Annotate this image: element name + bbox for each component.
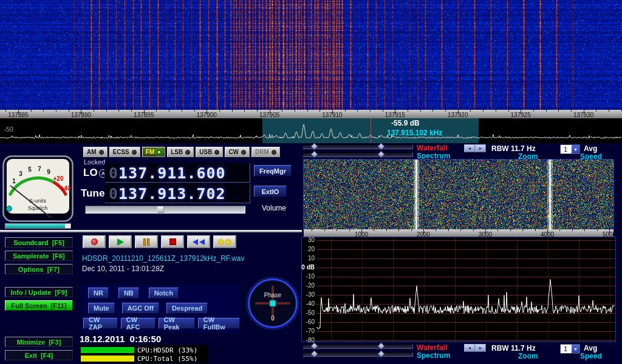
phase-center-marker bbox=[270, 300, 276, 306]
mode-label: FM bbox=[146, 149, 154, 155]
rewind-button[interactable] bbox=[187, 235, 210, 248]
agc-button[interactable]: AGC Off bbox=[122, 303, 159, 314]
squelch-marker[interactable] bbox=[7, 206, 12, 212]
cpu-total-label: CPU:Total (55%) bbox=[137, 355, 197, 363]
chevron-down-icon[interactable]: ▼ bbox=[572, 145, 579, 153]
mode-usb-button[interactable]: USB bbox=[196, 147, 223, 157]
cw-zap-button[interactable]: CW ZAP bbox=[83, 318, 118, 329]
spectrum-range-slider[interactable] bbox=[302, 152, 413, 157]
cw-peak-button[interactable]: CW Peak bbox=[159, 318, 195, 329]
mode-label: AM bbox=[87, 149, 97, 155]
slider-thumb[interactable] bbox=[310, 150, 318, 158]
mode-lsb-button[interactable]: LSB bbox=[167, 147, 194, 157]
rbw-label: RBW 11.7 Hz bbox=[491, 144, 536, 153]
cpu-total-bar bbox=[81, 356, 134, 362]
arrow-left-button[interactable]: ◄ bbox=[464, 144, 475, 152]
mode-ecss-button[interactable]: ECSS bbox=[109, 147, 140, 157]
mode-am-button[interactable]: AM bbox=[83, 147, 108, 157]
avg-select[interactable]: 1 ▼ bbox=[560, 144, 580, 154]
panel-divider-slider[interactable] bbox=[0, 230, 302, 232]
audio-spectrum[interactable]: 3020100 dB-10-20-30-40-50-60-70-80 bbox=[301, 237, 616, 342]
despread-button[interactable]: Despread bbox=[166, 303, 208, 314]
scale-label: 137910 bbox=[322, 112, 342, 118]
loop-button[interactable] bbox=[213, 235, 236, 248]
minimize-button[interactable]: Minimize [F3] bbox=[5, 337, 73, 347]
cw-fullbw-button[interactable]: CW FullBw bbox=[198, 318, 240, 329]
waterfall-range-slider[interactable] bbox=[302, 344, 413, 349]
cursor-frequency-readout: 137.915.102 kHz bbox=[387, 129, 442, 137]
led-icon bbox=[185, 150, 190, 155]
mode-drm-button[interactable]: DRM bbox=[251, 147, 280, 157]
mode-row: AM ECSS FM LSB USB CW DRM bbox=[83, 147, 280, 157]
audio-waterfall[interactable] bbox=[304, 160, 613, 229]
smeter-tick: 9 bbox=[47, 169, 50, 175]
mode-label: USB bbox=[199, 149, 212, 155]
freqmgr-button[interactable]: FreqMgr bbox=[254, 165, 292, 177]
info-update-button[interactable]: Info / Update [F9] bbox=[5, 287, 73, 297]
scale-label: 137895 bbox=[134, 112, 154, 118]
exit-button[interactable]: Exit [F4] bbox=[5, 350, 73, 360]
options-button[interactable]: Options [F7] bbox=[5, 264, 73, 274]
record-button[interactable] bbox=[83, 235, 106, 248]
avg-select[interactable]: 1 ▼ bbox=[560, 344, 580, 354]
mode-cw-button[interactable]: CW bbox=[225, 147, 250, 157]
play-icon bbox=[117, 238, 124, 246]
tune-frequency-value[interactable]: 0137.913.702 bbox=[109, 185, 226, 203]
fullscreen-button[interactable]: Full Screen [F11] bbox=[5, 300, 73, 311]
arrow-left-button[interactable]: ◄ bbox=[464, 344, 475, 352]
spectrum-label[interactable]: Spectrum bbox=[417, 351, 450, 360]
rewind-icon bbox=[199, 239, 205, 245]
tune-frequency-display[interactable]: 0137.913.702 bbox=[104, 184, 250, 203]
squelch-label: Squelch bbox=[28, 205, 48, 211]
slider-thumb[interactable] bbox=[377, 350, 385, 358]
phase-label: Phase bbox=[264, 292, 282, 298]
play-button[interactable] bbox=[109, 235, 132, 248]
signal-level-bar bbox=[5, 223, 71, 229]
arrow-right-button[interactable]: ► bbox=[475, 144, 486, 152]
lo-frequency-value[interactable]: 0137.911.600 bbox=[109, 164, 226, 182]
tune-label: Tune bbox=[81, 187, 104, 200]
led-icon bbox=[157, 150, 162, 155]
pause-button[interactable] bbox=[135, 235, 158, 248]
spectrum-label[interactable]: Spectrum bbox=[417, 152, 450, 160]
spectrum-range-slider[interactable] bbox=[302, 352, 413, 357]
avg-select-value: 1 bbox=[561, 145, 572, 153]
volume-slider[interactable] bbox=[85, 206, 245, 214]
rf-spectrum-overview[interactable]: -50 -55.9 dB 137.915.102 kHz bbox=[0, 118, 622, 143]
avg-label: Avg bbox=[584, 144, 597, 153]
soundcard-button[interactable]: Soundcard [F5] bbox=[5, 237, 73, 248]
cw-afc-button[interactable]: CW AFC bbox=[121, 318, 156, 329]
extio-button[interactable]: ExtIO bbox=[254, 186, 287, 197]
scale-label: 137920 bbox=[448, 112, 468, 118]
loop-icon bbox=[225, 239, 231, 245]
slider-thumb[interactable] bbox=[377, 150, 385, 158]
nb-button[interactable]: NB bbox=[118, 288, 139, 298]
mode-fm-button[interactable]: FM bbox=[142, 147, 165, 157]
slider-thumb[interactable] bbox=[377, 342, 385, 350]
audio-spectrum-canvas[interactable] bbox=[316, 237, 615, 342]
waterfall-label[interactable]: Waterfall bbox=[417, 144, 447, 152]
mode-label: CW bbox=[228, 149, 239, 155]
waterfall-range-slider[interactable] bbox=[302, 144, 413, 149]
s-meter[interactable]: 1 3 5 7 9 +20 +40 S-units Squelch bbox=[2, 155, 73, 222]
db-label: 20 bbox=[308, 246, 315, 252]
chevron-down-icon[interactable]: ▼ bbox=[572, 345, 579, 353]
volume-slider-thumb[interactable] bbox=[157, 206, 164, 213]
mute-button[interactable]: Mute bbox=[88, 303, 115, 314]
slider-thumb[interactable] bbox=[310, 143, 318, 150]
slider-thumb[interactable] bbox=[310, 342, 318, 350]
notch-button[interactable]: Notch bbox=[149, 288, 179, 298]
lo-frequency-display[interactable]: 0137.911.600 bbox=[104, 163, 250, 183]
waterfall-label[interactable]: Waterfall bbox=[417, 343, 447, 352]
slider-thumb[interactable] bbox=[377, 143, 385, 150]
phase-dial[interactable]: Phase 0 bbox=[245, 276, 300, 331]
samplerate-button[interactable]: Samplerate [F6] bbox=[5, 251, 73, 261]
rf-frequency-ruler[interactable]: 1378851378901378951379001379051379101379… bbox=[0, 110, 622, 118]
slider-thumb[interactable] bbox=[310, 350, 318, 358]
db-label: -70 bbox=[306, 328, 315, 334]
rf-spectrum-canvas[interactable] bbox=[0, 118, 622, 143]
arrow-right-button[interactable]: ► bbox=[475, 344, 486, 352]
nr-button[interactable]: NR bbox=[88, 288, 109, 298]
stop-button[interactable] bbox=[161, 235, 184, 248]
rf-waterfall[interactable] bbox=[0, 0, 622, 110]
